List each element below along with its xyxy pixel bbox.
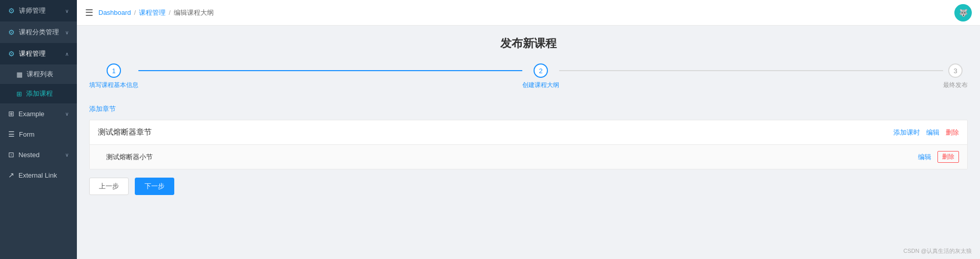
sidebar-item-course-category[interactable]: ⚙ 课程分类管理 ∨ bbox=[0, 21, 77, 43]
sidebar-item-instructor[interactable]: ⚙ 讲师管理 ∨ bbox=[0, 0, 77, 21]
chevron-up-icon: ∧ bbox=[65, 51, 69, 57]
edit-section-link[interactable]: 编辑 bbox=[918, 153, 931, 162]
breadcrumb-sep2: / bbox=[169, 9, 171, 16]
section-row: 测试熔断器小节 编辑 删除 bbox=[90, 145, 967, 169]
sidebar-item-example-label: Example bbox=[18, 110, 45, 118]
sidebar-item-nested[interactable]: ⊡ Nested ∨ bbox=[0, 144, 77, 165]
page-title: 发布新课程 bbox=[89, 36, 968, 51]
delete-chapter-link[interactable]: 删除 bbox=[946, 128, 959, 137]
sidebar-item-instructor-label: 讲师管理 bbox=[19, 6, 46, 15]
sidebar-item-external-link[interactable]: ↗ External Link bbox=[0, 165, 77, 185]
avatar[interactable]: 🐺 bbox=[954, 4, 972, 21]
add-lesson-link[interactable]: 添加课时 bbox=[893, 128, 920, 137]
sidebar-item-course-category-label: 课程分类管理 bbox=[19, 28, 59, 37]
step-3: 3 最终发布 bbox=[943, 63, 968, 90]
header: ☰ Dashboard / 课程管理 / 编辑课程大纲 🐺 bbox=[77, 0, 980, 26]
gear-icon: ⚙ bbox=[8, 7, 15, 15]
step-connector-1-2 bbox=[138, 70, 522, 71]
section-title: 测试熔断器小节 bbox=[106, 153, 918, 162]
step-1-circle: 1 bbox=[107, 63, 121, 78]
sidebar-item-example[interactable]: ⊞ Example ∨ bbox=[0, 103, 77, 124]
sidebar-sub-item-add-course[interactable]: ⊞ 添加课程 bbox=[0, 84, 77, 103]
step-1: 1 填写课程基本信息 bbox=[89, 63, 138, 90]
chevron-down-icon: ∨ bbox=[65, 8, 69, 14]
step-2-label: 创建课程大纲 bbox=[522, 81, 559, 90]
breadcrumb-parent[interactable]: 课程管理 bbox=[139, 8, 166, 17]
add-icon: ⊞ bbox=[16, 90, 22, 98]
chevron-down-icon: ∨ bbox=[65, 30, 69, 35]
content-area: 发布新课程 1 填写课程基本信息 2 创建课程大纲 bbox=[77, 26, 980, 259]
next-button[interactable]: 下一步 bbox=[135, 178, 174, 195]
breadcrumb-home[interactable]: Dashboard bbox=[98, 9, 131, 16]
chapter-header: 测试熔断器章节 添加课时 编辑 删除 bbox=[90, 120, 967, 145]
sidebar-item-nested-label: Nested bbox=[18, 151, 39, 159]
step-3-label: 最终发布 bbox=[943, 81, 968, 90]
form-icon: ☰ bbox=[8, 130, 15, 138]
step-3-circle: 3 bbox=[948, 63, 963, 78]
header-right: 🐺 bbox=[954, 4, 972, 21]
sidebar-item-form-label: Form bbox=[19, 131, 34, 138]
chapter-block: 测试熔断器章节 添加课时 编辑 删除 测试熔断器小节 编辑 删除 bbox=[89, 120, 968, 169]
chapter-actions: 添加课时 编辑 删除 bbox=[893, 128, 959, 137]
main-area: ☰ Dashboard / 课程管理 / 编辑课程大纲 🐺 发布新课程 1 填写… bbox=[77, 0, 980, 259]
add-chapter-link[interactable]: 添加章节 bbox=[89, 104, 116, 114]
gear-icon: ⚙ bbox=[8, 28, 15, 36]
section-actions: 编辑 删除 bbox=[918, 151, 959, 163]
step-2-circle: 2 bbox=[534, 63, 548, 78]
prev-button[interactable]: 上一步 bbox=[89, 178, 129, 195]
chevron-down-icon: ∨ bbox=[65, 111, 69, 117]
step-1-label: 填写课程基本信息 bbox=[89, 81, 138, 90]
step-2: 2 创建课程大纲 bbox=[522, 63, 559, 90]
sidebar: ⚙ 讲师管理 ∨ ⚙ 课程分类管理 ∨ ⚙ 课程管理 ∧ ▦ 课程列表 ⊞ 添加… bbox=[0, 0, 77, 259]
grid-icon: ⊞ bbox=[8, 110, 14, 118]
table-icon: ▦ bbox=[16, 71, 23, 78]
sidebar-sub-item-add-course-label: 添加课程 bbox=[26, 89, 53, 98]
sidebar-item-form[interactable]: ☰ Form bbox=[0, 124, 77, 144]
edit-chapter-link[interactable]: 编辑 bbox=[926, 128, 940, 137]
delete-section-link[interactable]: 删除 bbox=[937, 151, 959, 163]
stepper: 1 填写课程基本信息 2 创建课程大纲 3 最终发布 bbox=[89, 63, 968, 90]
breadcrumb-sep1: / bbox=[134, 9, 136, 16]
footer-buttons: 上一步 下一步 bbox=[89, 178, 968, 199]
watermark: CSDN @认真生活的灰太狼 bbox=[904, 247, 972, 255]
chapter-title: 测试熔断器章节 bbox=[98, 127, 893, 137]
chevron-down-icon: ∨ bbox=[65, 152, 69, 158]
nested-icon: ⊡ bbox=[8, 150, 14, 159]
sidebar-item-course-manage[interactable]: ⚙ 课程管理 ∧ bbox=[0, 43, 77, 64]
sidebar-sub-item-course-list-label: 课程列表 bbox=[27, 70, 53, 79]
breadcrumb-current: 编辑课程大纲 bbox=[174, 8, 214, 17]
external-link-icon: ↗ bbox=[8, 171, 14, 179]
sidebar-item-course-manage-label: 课程管理 bbox=[19, 49, 46, 58]
gear-icon: ⚙ bbox=[8, 50, 15, 58]
step-connector-2-3 bbox=[559, 70, 943, 71]
breadcrumb: Dashboard / 课程管理 / 编辑课程大纲 bbox=[98, 8, 214, 17]
sidebar-sub-item-course-list[interactable]: ▦ 课程列表 bbox=[0, 64, 77, 84]
hamburger-icon[interactable]: ☰ bbox=[85, 7, 93, 18]
sidebar-item-external-link-label: External Link bbox=[18, 171, 57, 179]
